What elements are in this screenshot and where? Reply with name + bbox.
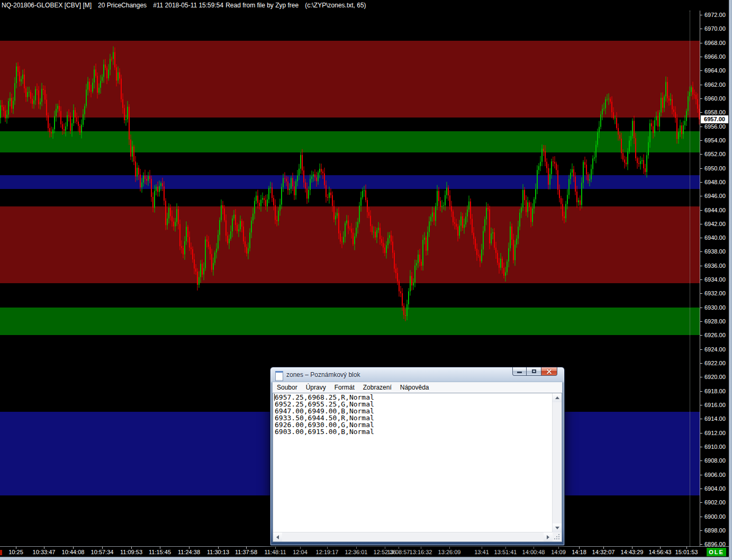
scroll-down-button[interactable] [553, 523, 562, 532]
price-axis-label: 6968.00 [704, 40, 729, 46]
price-axis-label: 6924.00 [704, 346, 729, 353]
price-tick [700, 419, 702, 419]
vertical-scrollbar[interactable] [552, 393, 562, 532]
price-axis-label: 6916.00 [704, 402, 729, 408]
arrow-up-icon [555, 396, 559, 399]
price-tick [700, 279, 702, 280]
close-button[interactable] [541, 367, 557, 376]
price-tick [700, 447, 702, 447]
price-tick [700, 544, 702, 545]
scroll-right-button[interactable] [544, 532, 553, 541]
price-tick [700, 85, 702, 85]
resize-grip[interactable] [553, 532, 562, 541]
time-axis-label: 14:18 [572, 549, 586, 555]
price-tick [700, 29, 702, 29]
minimize-button[interactable] [512, 367, 527, 376]
price-tick [700, 335, 702, 336]
price-axis-label: 6904.00 [704, 485, 729, 492]
scroll-left-button[interactable] [273, 532, 282, 541]
price-tick [700, 308, 702, 308]
time-axis-label: 11:48:11 [264, 549, 286, 555]
chart-title-bar: NQ-201806-GLOBEX [CBV] [M]20 PriceChange… [0, 0, 729, 11]
price-axis-label: 6914.00 [704, 416, 729, 422]
price-tick [700, 57, 702, 57]
time-axis-label: 10:44:08 [62, 549, 85, 555]
horizontal-scrollbar[interactable] [273, 532, 553, 541]
price-axis-label: 6944.00 [704, 207, 729, 213]
notepad-text[interactable]: 6957.25,6968.25,R,Normal6952.25,6955.25,… [273, 393, 553, 532]
price-axis-label: 6956.00 [704, 123, 729, 130]
time-axis-label: 13:08:57 [387, 549, 410, 555]
text-caret [274, 394, 275, 401]
file-info-label: (c:\ZYP\zones.txt, 65) [305, 2, 366, 9]
price-tick [700, 210, 702, 211]
notepad-title-bar[interactable]: zones – Poznámkový blok [270, 367, 564, 382]
window-caption-buttons [512, 367, 557, 376]
window-bottom-edge [0, 557, 729, 560]
screen: NQ-201806-GLOBEX [CBV] [M]20 PriceChange… [0, 0, 732, 560]
time-axis-label: 11:09:53 [120, 549, 142, 555]
price-axis-label: 6940.00 [704, 234, 729, 241]
price-axis-label: 6936.00 [704, 263, 729, 269]
price-axis-label: 6942.00 [704, 221, 729, 227]
price-tick [700, 168, 702, 169]
time-axis-label: 11:15:45 [149, 549, 171, 555]
price-tick [700, 377, 702, 377]
notepad-client-area: SouborÚpravyFormátZobrazeníNápověda 6957… [273, 382, 562, 542]
price-tick [700, 475, 702, 475]
last-price-box: 6957.00 [701, 115, 728, 123]
price-axis-label: 6918.00 [704, 388, 729, 394]
bar-info-label: #11 2018-05-11 15:59:54 [153, 2, 223, 9]
price-axis-label: 6934.00 [704, 276, 729, 283]
price-tick [700, 112, 702, 113]
time-axis-label: 14:43:29 [621, 549, 644, 555]
maximize-button[interactable] [527, 367, 541, 376]
price-tick [700, 15, 702, 15]
maximize-icon [532, 369, 536, 373]
price-axis-label: 6930.00 [704, 304, 729, 311]
zone-file-line: 6903.00,6915.00,B,Normal [275, 428, 553, 435]
time-axis-label: 11:30:13 [207, 549, 229, 555]
price-axis-label: 6910.00 [704, 444, 729, 450]
arrow-down-icon [555, 527, 559, 529]
price-axis-label: 6922.00 [704, 360, 729, 366]
price-axis-label: 6950.00 [704, 165, 729, 171]
menu-item-soubor[interactable]: Soubor [273, 382, 302, 393]
price-axis-label: 6938.00 [704, 248, 729, 255]
time-axis-label: 11:37:58 [235, 549, 257, 555]
time-axis-label: 12:04 [293, 549, 308, 555]
minimize-icon [517, 372, 522, 373]
window-right-edge [729, 0, 732, 560]
price-tick [700, 349, 702, 350]
price-tick [700, 251, 702, 252]
price-tick [700, 154, 702, 155]
scroll-up-button[interactable] [553, 393, 562, 402]
time-axis[interactable]: 10:2510:33:4710:44:0810:57:3411:09:5311:… [0, 546, 729, 557]
price-axis-label: 6912.00 [704, 430, 729, 436]
price-axis[interactable]: 6972.006970.006968.006966.006964.006962.… [700, 11, 729, 546]
time-axis-label: 15:01:53 [675, 549, 698, 555]
price-axis-label: 6906.00 [704, 472, 729, 478]
price-tick [700, 433, 702, 433]
menu-item-napoveda[interactable]: Nápověda [396, 382, 433, 393]
study-label: 20 PriceChanges [98, 2, 147, 9]
price-axis-label: 6958.00 [704, 109, 729, 115]
price-axis-label: 6964.00 [704, 67, 729, 74]
menu-item-upravy[interactable]: Úpravy [302, 382, 330, 393]
arrow-right-icon [547, 535, 549, 539]
time-axis-label: 14:09 [551, 549, 566, 555]
symbol-label: NQ-201806-GLOBEX [CBV] [M] [2, 2, 92, 9]
close-icon [546, 368, 552, 374]
price-axis-label: 6932.00 [704, 290, 729, 296]
arrow-left-icon [276, 535, 279, 539]
menu-item-format[interactable]: Formát [330, 382, 359, 393]
price-axis-label: 6920.00 [704, 374, 729, 380]
price-tick [700, 98, 702, 99]
price-tick [700, 391, 702, 392]
price-axis-label: 6972.00 [704, 12, 729, 18]
menu-item-zobrazeni[interactable]: Zobrazení [359, 382, 396, 393]
price-axis-label: 6962.00 [704, 82, 729, 88]
price-tick [700, 43, 702, 43]
time-axis-label: 12:19:17 [316, 549, 339, 555]
price-tick [700, 530, 702, 531]
